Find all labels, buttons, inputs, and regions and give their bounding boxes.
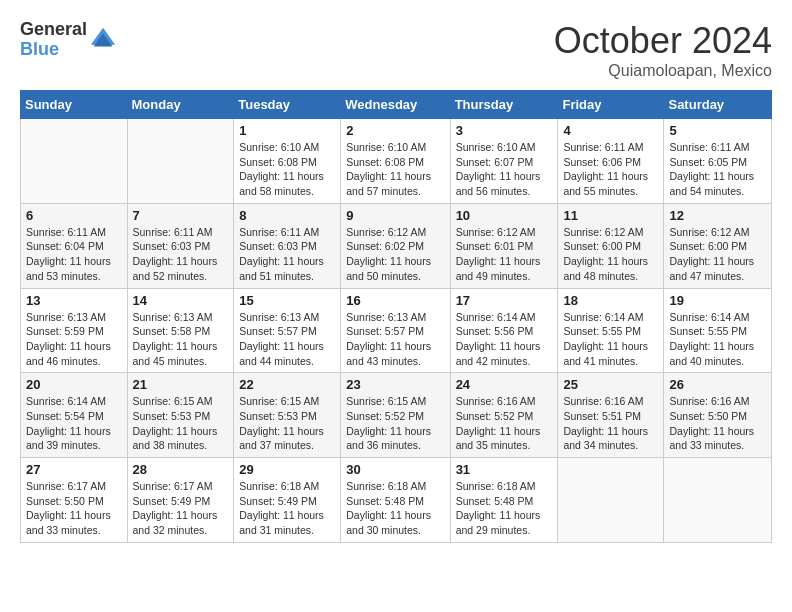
day-info: Sunrise: 6:14 AMSunset: 5:55 PMDaylight:…: [563, 310, 658, 369]
calendar-week-row: 20Sunrise: 6:14 AMSunset: 5:54 PMDayligh…: [21, 373, 772, 458]
logo: General Blue: [20, 20, 117, 60]
calendar-cell: 27Sunrise: 6:17 AMSunset: 5:50 PMDayligh…: [21, 458, 128, 543]
day-info: Sunrise: 6:15 AMSunset: 5:52 PMDaylight:…: [346, 394, 444, 453]
calendar-cell: [127, 119, 234, 204]
weekday-header: Saturday: [664, 91, 772, 119]
day-info: Sunrise: 6:13 AMSunset: 5:57 PMDaylight:…: [346, 310, 444, 369]
calendar-cell: 17Sunrise: 6:14 AMSunset: 5:56 PMDayligh…: [450, 288, 558, 373]
day-number: 19: [669, 293, 766, 308]
day-info: Sunrise: 6:10 AMSunset: 6:08 PMDaylight:…: [239, 140, 335, 199]
day-info: Sunrise: 6:14 AMSunset: 5:55 PMDaylight:…: [669, 310, 766, 369]
calendar-cell: 2Sunrise: 6:10 AMSunset: 6:08 PMDaylight…: [341, 119, 450, 204]
day-info: Sunrise: 6:12 AMSunset: 6:01 PMDaylight:…: [456, 225, 553, 284]
day-number: 13: [26, 293, 122, 308]
calendar-cell: 24Sunrise: 6:16 AMSunset: 5:52 PMDayligh…: [450, 373, 558, 458]
weekday-header: Wednesday: [341, 91, 450, 119]
calendar-cell: 16Sunrise: 6:13 AMSunset: 5:57 PMDayligh…: [341, 288, 450, 373]
calendar-cell: 21Sunrise: 6:15 AMSunset: 5:53 PMDayligh…: [127, 373, 234, 458]
day-number: 9: [346, 208, 444, 223]
calendar-cell: 31Sunrise: 6:18 AMSunset: 5:48 PMDayligh…: [450, 458, 558, 543]
day-number: 16: [346, 293, 444, 308]
logo-general: General: [20, 20, 87, 40]
title-block: October 2024 Quiamoloapan, Mexico: [554, 20, 772, 80]
day-number: 30: [346, 462, 444, 477]
day-info: Sunrise: 6:16 AMSunset: 5:51 PMDaylight:…: [563, 394, 658, 453]
location-title: Quiamoloapan, Mexico: [554, 62, 772, 80]
weekday-header: Friday: [558, 91, 664, 119]
calendar-cell: 9Sunrise: 6:12 AMSunset: 6:02 PMDaylight…: [341, 203, 450, 288]
day-number: 15: [239, 293, 335, 308]
weekday-header: Tuesday: [234, 91, 341, 119]
day-number: 24: [456, 377, 553, 392]
page-header: General Blue October 2024 Quiamoloapan, …: [20, 20, 772, 80]
calendar-week-row: 27Sunrise: 6:17 AMSunset: 5:50 PMDayligh…: [21, 458, 772, 543]
logo-blue: Blue: [20, 40, 87, 60]
day-number: 7: [133, 208, 229, 223]
day-number: 22: [239, 377, 335, 392]
day-info: Sunrise: 6:11 AMSunset: 6:05 PMDaylight:…: [669, 140, 766, 199]
day-number: 11: [563, 208, 658, 223]
day-number: 17: [456, 293, 553, 308]
calendar-cell: 28Sunrise: 6:17 AMSunset: 5:49 PMDayligh…: [127, 458, 234, 543]
day-number: 28: [133, 462, 229, 477]
calendar-cell: 22Sunrise: 6:15 AMSunset: 5:53 PMDayligh…: [234, 373, 341, 458]
day-number: 8: [239, 208, 335, 223]
day-number: 6: [26, 208, 122, 223]
day-info: Sunrise: 6:14 AMSunset: 5:56 PMDaylight:…: [456, 310, 553, 369]
day-info: Sunrise: 6:16 AMSunset: 5:50 PMDaylight:…: [669, 394, 766, 453]
day-info: Sunrise: 6:18 AMSunset: 5:48 PMDaylight:…: [346, 479, 444, 538]
calendar-cell: 26Sunrise: 6:16 AMSunset: 5:50 PMDayligh…: [664, 373, 772, 458]
calendar-cell: 14Sunrise: 6:13 AMSunset: 5:58 PMDayligh…: [127, 288, 234, 373]
weekday-header: Monday: [127, 91, 234, 119]
weekday-header: Thursday: [450, 91, 558, 119]
day-number: 21: [133, 377, 229, 392]
day-number: 31: [456, 462, 553, 477]
month-title: October 2024: [554, 20, 772, 62]
calendar-cell: 11Sunrise: 6:12 AMSunset: 6:00 PMDayligh…: [558, 203, 664, 288]
day-number: 12: [669, 208, 766, 223]
calendar-week-row: 6Sunrise: 6:11 AMSunset: 6:04 PMDaylight…: [21, 203, 772, 288]
calendar-cell: 7Sunrise: 6:11 AMSunset: 6:03 PMDaylight…: [127, 203, 234, 288]
calendar-cell: 18Sunrise: 6:14 AMSunset: 5:55 PMDayligh…: [558, 288, 664, 373]
calendar-table: SundayMondayTuesdayWednesdayThursdayFrid…: [20, 90, 772, 543]
day-number: 26: [669, 377, 766, 392]
weekday-header-row: SundayMondayTuesdayWednesdayThursdayFrid…: [21, 91, 772, 119]
calendar-cell: [664, 458, 772, 543]
day-info: Sunrise: 6:10 AMSunset: 6:07 PMDaylight:…: [456, 140, 553, 199]
day-number: 27: [26, 462, 122, 477]
day-info: Sunrise: 6:10 AMSunset: 6:08 PMDaylight:…: [346, 140, 444, 199]
day-number: 20: [26, 377, 122, 392]
day-info: Sunrise: 6:17 AMSunset: 5:49 PMDaylight:…: [133, 479, 229, 538]
day-info: Sunrise: 6:17 AMSunset: 5:50 PMDaylight:…: [26, 479, 122, 538]
calendar-cell: 12Sunrise: 6:12 AMSunset: 6:00 PMDayligh…: [664, 203, 772, 288]
calendar-cell: 19Sunrise: 6:14 AMSunset: 5:55 PMDayligh…: [664, 288, 772, 373]
logo-icon: [89, 26, 117, 54]
day-number: 10: [456, 208, 553, 223]
day-info: Sunrise: 6:16 AMSunset: 5:52 PMDaylight:…: [456, 394, 553, 453]
day-number: 25: [563, 377, 658, 392]
day-info: Sunrise: 6:13 AMSunset: 5:57 PMDaylight:…: [239, 310, 335, 369]
day-info: Sunrise: 6:14 AMSunset: 5:54 PMDaylight:…: [26, 394, 122, 453]
calendar-cell: 1Sunrise: 6:10 AMSunset: 6:08 PMDaylight…: [234, 119, 341, 204]
day-number: 2: [346, 123, 444, 138]
calendar-cell: 4Sunrise: 6:11 AMSunset: 6:06 PMDaylight…: [558, 119, 664, 204]
calendar-cell: 23Sunrise: 6:15 AMSunset: 5:52 PMDayligh…: [341, 373, 450, 458]
calendar-cell: 5Sunrise: 6:11 AMSunset: 6:05 PMDaylight…: [664, 119, 772, 204]
weekday-header: Sunday: [21, 91, 128, 119]
day-info: Sunrise: 6:11 AMSunset: 6:06 PMDaylight:…: [563, 140, 658, 199]
day-number: 1: [239, 123, 335, 138]
day-info: Sunrise: 6:11 AMSunset: 6:03 PMDaylight:…: [239, 225, 335, 284]
day-info: Sunrise: 6:12 AMSunset: 6:00 PMDaylight:…: [669, 225, 766, 284]
day-info: Sunrise: 6:18 AMSunset: 5:48 PMDaylight:…: [456, 479, 553, 538]
day-info: Sunrise: 6:15 AMSunset: 5:53 PMDaylight:…: [133, 394, 229, 453]
day-info: Sunrise: 6:13 AMSunset: 5:59 PMDaylight:…: [26, 310, 122, 369]
day-number: 14: [133, 293, 229, 308]
day-number: 18: [563, 293, 658, 308]
day-info: Sunrise: 6:11 AMSunset: 6:03 PMDaylight:…: [133, 225, 229, 284]
calendar-cell: [21, 119, 128, 204]
day-number: 23: [346, 377, 444, 392]
calendar-cell: [558, 458, 664, 543]
calendar-cell: 10Sunrise: 6:12 AMSunset: 6:01 PMDayligh…: [450, 203, 558, 288]
calendar-cell: 20Sunrise: 6:14 AMSunset: 5:54 PMDayligh…: [21, 373, 128, 458]
day-number: 5: [669, 123, 766, 138]
